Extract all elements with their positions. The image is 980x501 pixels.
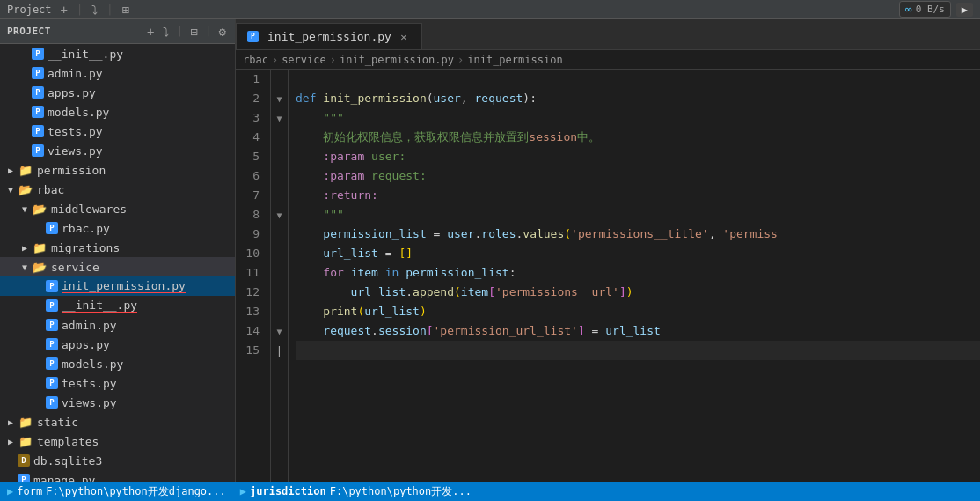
- py-icon: P: [46, 222, 58, 234]
- sidebar-icon-gear[interactable]: ⚙: [217, 24, 228, 40]
- tab-init-permission[interactable]: P init_permission.py ✕: [236, 23, 422, 49]
- tree-item-manage-py[interactable]: P manage.py: [0, 470, 235, 482]
- bracket-sq-open: [: [399, 244, 406, 263]
- bracket-print2: ): [420, 302, 427, 321]
- breadcrumb-rbac[interactable]: rbac: [243, 54, 268, 66]
- file-label: admin.py: [48, 67, 103, 80]
- fold-14[interactable]: ▼: [271, 321, 288, 341]
- tree-item-init-service[interactable]: P __init__.py: [0, 296, 235, 315]
- bracket-paren2: ): [626, 283, 633, 302]
- editor-area: P init_permission.py ✕ rbac › service › …: [236, 19, 980, 482]
- docstring-close: """: [296, 205, 344, 225]
- sidebar-icon-collapse[interactable]: ⊟: [188, 24, 199, 40]
- arrow: ▼: [18, 204, 32, 214]
- keyword-def: def: [296, 89, 323, 108]
- ln-11: 11: [243, 263, 260, 283]
- code-line-15: [296, 341, 980, 360]
- op-dot3: .: [406, 283, 413, 302]
- code-line-13: print ( url_list ): [296, 302, 980, 321]
- project-label[interactable]: Project: [7, 4, 52, 16]
- toolbar-icon-settings[interactable]: ⤵: [90, 2, 99, 18]
- folder-label: permission: [37, 164, 106, 177]
- arrow: ▶: [4, 166, 18, 175]
- tab-close-button[interactable]: ✕: [397, 30, 411, 44]
- status-jurisdiction[interactable]: ▶ jurisdiction F:\python\python开发...: [240, 484, 472, 499]
- code-editor[interactable]: def init_permission ( user , request ): …: [289, 70, 980, 482]
- tree-item-rbac-py[interactable]: P rbac.py: [0, 218, 235, 238]
- folder-label: static: [37, 416, 78, 429]
- tree-item-migrations[interactable]: ▶ 📁 migrations: [0, 238, 235, 257]
- sq-bracket3: [: [427, 321, 434, 341]
- file-label: rbac.py: [62, 222, 110, 235]
- tree-item-apps-root[interactable]: P apps.py: [0, 83, 235, 102]
- py-icon: P: [46, 319, 58, 331]
- code-line-3: """: [296, 108, 980, 128]
- var-item: item: [351, 263, 378, 283]
- sidebar-icon-folder[interactable]: ⤵: [161, 24, 171, 40]
- tree-item-static[interactable]: ▶ 📁 static: [0, 412, 235, 431]
- str-perm-url: 'permissions__url': [495, 283, 619, 302]
- tree-item-db-sqlite3[interactable]: D db.sqlite3: [0, 451, 235, 470]
- py-icon: P: [32, 48, 44, 60]
- fold-3[interactable]: ▼: [271, 108, 288, 128]
- method-values: values: [523, 225, 564, 244]
- tree-item-admin-root[interactable]: P admin.py: [0, 63, 235, 83]
- sidebar-icon-add[interactable]: +: [145, 24, 156, 40]
- param-tag-user: :param: [296, 147, 364, 166]
- code-line-2: def init_permission ( user , request ):: [296, 89, 980, 108]
- file-label: apps.py: [62, 338, 110, 351]
- tree-item-models-root[interactable]: P models.py: [0, 102, 235, 122]
- code-line-4: 初始化权限信息，获取权限信息并放置到session中。: [296, 128, 980, 147]
- top-bar-button[interactable]: ▶: [956, 3, 973, 17]
- py-icon: P: [46, 280, 58, 292]
- ln-14: 14: [243, 321, 260, 341]
- status-juris-triangle: ▶: [240, 485, 246, 497]
- tree-item-templates[interactable]: ▶ 📁 templates: [0, 431, 235, 451]
- tree-item-rbac[interactable]: ▼ 📂 rbac: [0, 180, 235, 199]
- fold-7: [271, 186, 288, 205]
- breadcrumb-file[interactable]: init_permission.py: [340, 54, 454, 66]
- docstring-text: 初始化权限信息，获取权限信息并放置到: [296, 128, 529, 147]
- ln-10: 10: [243, 244, 260, 263]
- sq-bracket2: ]: [619, 283, 626, 302]
- breadcrumb-service[interactable]: service: [282, 54, 326, 66]
- ln-15: 15: [243, 341, 260, 360]
- tree-item-init-root[interactable]: P __init__.py: [0, 44, 235, 63]
- py-icon: P: [32, 144, 44, 157]
- tree-item-middlewares[interactable]: ▼ 📂 middlewares: [0, 199, 235, 218]
- tree-item-apps-service[interactable]: P apps.py: [0, 335, 235, 354]
- fold-8[interactable]: ▼: [271, 205, 288, 225]
- return-tag: :return:: [296, 186, 378, 205]
- docstring-session: session: [529, 128, 577, 147]
- param-request-val: request:: [364, 166, 426, 186]
- tree-item-permission[interactable]: ▶ 📁 permission: [0, 160, 235, 180]
- tree-item-models-service[interactable]: P models.py: [0, 354, 235, 373]
- file-label: views.py: [62, 396, 117, 409]
- toolbar-icon-add[interactable]: +: [59, 2, 69, 18]
- sidebar-divider: |: [176, 24, 183, 40]
- tree-item-tests-root[interactable]: P tests.py: [0, 122, 235, 141]
- status-form[interactable]: ▶ form F:\python\python开发django...: [7, 484, 226, 499]
- py-icon: P: [18, 474, 30, 482]
- tree-item-admin-service[interactable]: P admin.py: [0, 315, 235, 335]
- arrow: ▶: [18, 243, 32, 253]
- var-permission-list: permission_list: [296, 225, 427, 244]
- tree-item-tests-service[interactable]: P tests.py: [0, 373, 235, 393]
- tree-item-init-permission-py[interactable]: P init_permission.py: [0, 276, 235, 296]
- sidebar: Project + ⤵ | ⊟ | ⚙ P __init__.py: [0, 19, 236, 482]
- py-icon: P: [32, 106, 44, 118]
- toolbar-icon-layout[interactable]: ⊞: [120, 2, 130, 18]
- op-assign: =: [585, 321, 605, 341]
- sidebar-file-tree: P __init__.py P admin.py P apps.py: [0, 44, 235, 482]
- folder-label: templates: [37, 435, 99, 448]
- tree-item-views-service[interactable]: P views.py: [0, 393, 235, 412]
- status-form-label: form: [17, 485, 42, 497]
- docstring-text2: 中。: [577, 128, 600, 147]
- folder-label: rbac: [37, 183, 64, 196]
- py-icon: P: [46, 299, 58, 312]
- tree-item-views-root[interactable]: P views.py: [0, 141, 235, 160]
- punct: ):: [523, 89, 537, 108]
- tree-item-service[interactable]: ▼ 📂 service: [0, 257, 235, 276]
- fold-2[interactable]: ▼: [271, 89, 288, 108]
- breadcrumb-function[interactable]: init_permission: [467, 54, 562, 66]
